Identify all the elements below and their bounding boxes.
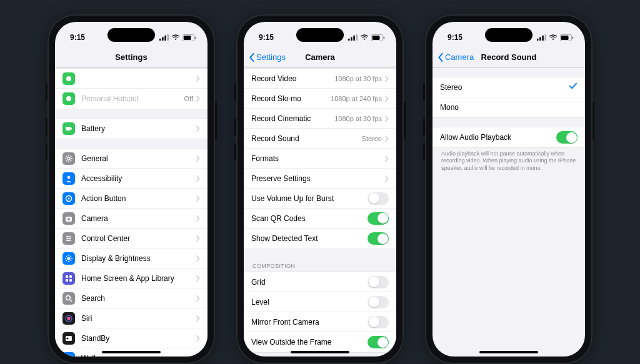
chevron-right-icon (196, 155, 200, 162)
svg-point-17 (67, 235, 69, 237)
wifi-icon (360, 34, 369, 41)
svg-rect-9 (66, 127, 71, 130)
row-label: Personal Hotspot (81, 94, 184, 103)
toggle-level[interactable] (368, 296, 389, 308)
back-button[interactable]: Camera (438, 52, 474, 62)
row-stereo[interactable]: Stereo (432, 77, 585, 97)
row-level[interactable]: Level (244, 292, 396, 312)
grid-icon (62, 272, 75, 285)
svg-rect-47 (561, 36, 569, 40)
settings-row-battery[interactable]: Battery (55, 119, 208, 139)
row-label: Use Volume Up for Burst (251, 194, 368, 203)
svg-rect-45 (545, 34, 547, 41)
row-label: Siri (81, 314, 196, 323)
status-time: 9:15 (70, 33, 85, 42)
row-mirror-front-camera[interactable]: Mirror Front Camera (244, 312, 396, 332)
back-button[interactable]: Settings (249, 52, 286, 62)
chevron-right-icon (384, 135, 389, 142)
row-record-cinematic[interactable]: Record Cinematic1080p at 30 fps (244, 109, 396, 129)
row-formats[interactable]: Formats (244, 149, 396, 169)
row-label: Allow Audio Playback (440, 133, 556, 142)
svg-rect-21 (66, 275, 68, 278)
settings-row-display-brightness[interactable]: Display & Brightness (55, 248, 208, 268)
row-label: Show Detected Text (251, 234, 368, 243)
toggle-allow-audio-playback[interactable] (556, 131, 578, 144)
dynamic-island (108, 28, 155, 42)
svg-rect-38 (356, 34, 358, 41)
dynamic-island (296, 28, 344, 42)
chevron-right-icon (196, 96, 200, 102)
page-title: Record Sound (481, 52, 537, 62)
row-allow-audio-playback[interactable]: Allow Audio Playback (432, 127, 585, 147)
home-indicator[interactable] (291, 351, 349, 353)
svg-rect-22 (69, 275, 72, 278)
row-use-volume-up-for-burst[interactable]: Use Volume Up for Burst (244, 189, 396, 209)
row-label: View Outside the Frame (251, 338, 368, 347)
row-label: Accessibility (81, 174, 196, 183)
row-label: Battery (81, 124, 196, 133)
row-scan-qr-codes[interactable]: Scan QR Codes (244, 209, 396, 229)
svg-point-12 (68, 175, 71, 179)
settings-row-general[interactable]: General (55, 149, 208, 169)
settings-row-control-center[interactable]: Control Center (55, 229, 208, 248)
settings-row-camera[interactable]: Camera (55, 209, 208, 229)
settings-list[interactable]: Personal HotspotOff Battery GeneralAcces… (55, 68, 208, 357)
settings-row-search[interactable]: Search (55, 288, 208, 308)
svg-rect-37 (353, 36, 355, 41)
toggle-grid[interactable] (368, 276, 389, 288)
row-label: Home Screen & App Library (81, 274, 196, 283)
dynamic-island (485, 28, 532, 42)
three-phone-stage: 9:15 Settings Personal HotspotOff Batter… (0, 0, 640, 364)
svg-point-31 (68, 355, 69, 357)
settings-row-accessibility[interactable]: Accessibility (55, 169, 208, 189)
nav-bar: Settings Camera (244, 47, 396, 68)
svg-rect-40 (372, 36, 380, 40)
svg-rect-3 (168, 34, 169, 41)
row-grid[interactable]: Grid (244, 272, 396, 292)
chevron-right-icon (196, 275, 200, 282)
battery-icon (62, 122, 75, 135)
flower-icon (62, 352, 75, 357)
camera-settings-list[interactable]: Record Video1080p at 30 fpsRecord Slo-mo… (244, 68, 396, 357)
row-record-video[interactable]: Record Video1080p at 30 fps (244, 69, 396, 89)
toggle-mirror-front-camera[interactable] (368, 316, 389, 328)
settings-row-standby[interactable]: StandBy (55, 328, 208, 348)
chevron-right-icon (196, 195, 200, 202)
row-show-detected-text[interactable]: Show Detected Text (244, 229, 396, 248)
chevron-right-icon (384, 175, 389, 182)
chevron-right-icon (196, 315, 200, 322)
svg-rect-41 (383, 36, 384, 39)
toggle-scan-qr-codes[interactable] (368, 212, 389, 225)
chevron-right-icon (196, 175, 200, 182)
settings-row-action-button[interactable]: Action Button (55, 189, 208, 209)
row-view-outside-the-frame[interactable]: View Outside the Frame (244, 332, 396, 352)
row-preserve-settings[interactable]: Preserve Settings (244, 169, 396, 189)
row-record-sound[interactable]: Record SoundStereo (244, 129, 396, 149)
svg-rect-36 (351, 37, 352, 41)
row-value: Off (184, 95, 193, 102)
svg-point-16 (68, 218, 70, 220)
signal-icon (159, 34, 169, 41)
home-indicator[interactable] (102, 351, 161, 353)
row-record-slo-mo[interactable]: Record Slo-mo1080p at 240 fps (244, 89, 396, 109)
chevron-right-icon (196, 215, 200, 222)
settings-row-siri[interactable]: Siri (55, 308, 208, 328)
action-icon (62, 192, 75, 205)
row-mono[interactable]: Mono (432, 97, 585, 117)
svg-rect-1 (162, 37, 164, 41)
app-icon (62, 92, 75, 105)
record-sound-list[interactable]: StereoMono Allow Audio Playback Audio pl… (432, 68, 585, 357)
settings-row-home-screen-app-library[interactable]: Home Screen & App Library (55, 268, 208, 288)
page-title: Camera (305, 52, 335, 62)
settings-row-personal-hotspot[interactable]: Personal HotspotOff (55, 89, 208, 109)
chevron-right-icon (384, 116, 389, 122)
toggle-view-outside-the-frame[interactable] (368, 336, 389, 348)
home-indicator[interactable] (479, 351, 538, 353)
settings-row-item[interactable] (55, 69, 208, 89)
toggle-use-volume-up-for-burst[interactable] (368, 192, 389, 205)
chevron-right-icon (196, 76, 200, 82)
gear-icon (62, 152, 75, 165)
chevron-right-icon (384, 155, 389, 162)
svg-rect-35 (348, 39, 350, 41)
toggle-show-detected-text[interactable] (368, 232, 389, 245)
